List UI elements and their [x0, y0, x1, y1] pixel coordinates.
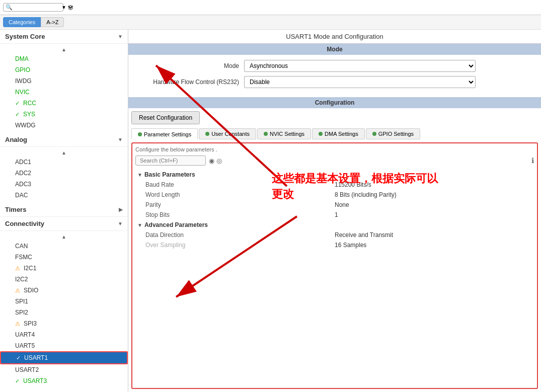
mode-section: Mode Mode Asynchronous Synchronous Disab…	[128, 44, 541, 97]
param-row-baud-rate: Baud Rate 115200 Bits/s	[135, 180, 534, 190]
sidebar-item-adc1[interactable]: ADC1	[0, 156, 128, 168]
param-row-parity: Parity None	[135, 200, 534, 210]
sidebar-item-adc2[interactable]: ADC2	[0, 168, 128, 179]
tab-label-parameter-settings: Parameter Settings	[144, 131, 191, 137]
sidebar-item-dma[interactable]: DMA	[0, 53, 128, 64]
mode-select[interactable]: Asynchronous Synchronous Disable	[244, 60, 476, 72]
param-search-input[interactable]	[135, 155, 206, 166]
search-prev-icon[interactable]: ◉	[209, 157, 214, 165]
search-next-icon[interactable]: ◎	[216, 157, 222, 165]
section-items-system-core: ▲ DMA GPIO IWDG NVIC RCC SYS WWDG	[0, 44, 128, 133]
tab-nvic-settings[interactable]: NVIC Settings	[257, 128, 311, 139]
reset-config-button[interactable]: Reset Configuration	[131, 111, 200, 124]
sidebar-item-i2c1[interactable]: I2C1	[0, 263, 128, 274]
sidebar-item-uart5[interactable]: UART5	[0, 340, 128, 351]
param-search-icons: ◉ ◎	[209, 157, 222, 165]
sidebar-item-spi1[interactable]: SPI1	[0, 296, 128, 307]
sidebar-item-usart1[interactable]: USART1	[0, 351, 128, 364]
param-name-parity: Parity	[145, 201, 335, 208]
param-row-stop-bits: Stop Bits 1	[135, 210, 534, 220]
config-header: Configuration	[128, 97, 541, 108]
section-analog: Analog ▼ ▲ ADC1 ADC2 ADC3 DAC	[0, 133, 128, 203]
sidebar-item-spi3[interactable]: SPI3	[0, 318, 128, 329]
sidebar-item-usart2[interactable]: USART2	[0, 364, 128, 375]
param-hint: Configure the below parameters .	[135, 146, 534, 152]
chevron-system-core: ▼	[118, 34, 123, 39]
section-items-analog: ▲ ADC1 ADC2 ADC3 DAC	[0, 147, 128, 203]
info-icon[interactable]: ℹ	[531, 156, 534, 165]
search-input[interactable]	[14, 5, 59, 11]
search-area[interactable]: 🔍 ▼	[3, 3, 63, 12]
param-value-baud-rate: 115200 Bits/s	[335, 181, 524, 188]
basic-params-header[interactable]: ▼ Basic Parameters	[135, 170, 534, 180]
section-label-system-core: System Core	[5, 33, 45, 40]
section-header-system-core[interactable]: System Core ▼	[0, 30, 128, 44]
section-header-connectivity[interactable]: Connectivity ▼	[0, 217, 128, 231]
param-name-over-sampling: Over Sampling	[145, 242, 335, 249]
dot-nvic-settings	[264, 132, 268, 136]
config-body: Reset Configuration Parameter Settings U…	[128, 108, 541, 392]
sidebar-item-nvic[interactable]: NVIC	[0, 87, 128, 98]
hw-flow-label: Hardware Flow Control (RS232)	[138, 79, 239, 86]
dot-parameter-settings	[138, 132, 142, 136]
tab-label-user-constants: User Constants	[211, 131, 250, 137]
section-label-timers: Timers	[5, 206, 26, 213]
tab-label-nvic-settings: NVIC Settings	[270, 131, 304, 137]
basic-params-label: Basic Parameters	[144, 171, 195, 178]
dot-gpio-settings	[372, 132, 376, 136]
section-label-connectivity: Connectivity	[5, 220, 44, 227]
scroll-up-analog[interactable]: ▲	[0, 149, 128, 156]
dot-user-constants	[205, 132, 209, 136]
content-title: USART1 Mode and Configuration	[128, 30, 541, 44]
config-tabs: Parameter Settings User Constants NVIC S…	[131, 128, 538, 139]
collapse-advanced-icon: ▼	[137, 222, 142, 228]
sidebar-item-sys[interactable]: SYS	[0, 109, 128, 120]
sidebar-item-iwdg[interactable]: IWDG	[0, 75, 128, 87]
tab-dma-settings[interactable]: DMA Settings	[312, 128, 365, 139]
param-search-bar: ◉ ◎ ℹ	[135, 155, 534, 166]
scroll-up-system-core[interactable]: ▲	[0, 46, 128, 53]
tab-az[interactable]: A->Z	[41, 17, 64, 27]
param-row-word-length: Word Length 8 Bits (including Parity)	[135, 190, 534, 200]
scroll-up-connectivity[interactable]: ▲	[0, 233, 128, 241]
dot-dma-settings	[319, 132, 323, 136]
param-value-word-length: 8 Bits (including Parity)	[335, 191, 524, 198]
sidebar-item-fsmc[interactable]: FSMC	[0, 252, 128, 263]
param-name-baud-rate: Baud Rate	[145, 181, 335, 188]
section-timers: Timers ▶	[0, 203, 128, 217]
tab-gpio-settings[interactable]: GPIO Settings	[366, 128, 420, 139]
hw-flow-row: Hardware Flow Control (RS232) Disable CT…	[138, 76, 531, 88]
category-tabs-bar: Categories A->Z	[0, 15, 541, 30]
tab-categories[interactable]: Categories	[3, 17, 41, 27]
mode-label: Mode	[138, 62, 239, 69]
sidebar-item-sdio[interactable]: SDIO	[0, 285, 128, 296]
section-header-timers[interactable]: Timers ▶	[0, 203, 128, 217]
param-row-data-direction: Data Direction Receive and Transmit	[135, 230, 534, 240]
tab-label-dma-settings: DMA Settings	[325, 131, 358, 137]
section-system-core: System Core ▼ ▲ DMA GPIO IWDG NVIC RCC S…	[0, 30, 128, 133]
hw-flow-select[interactable]: Disable CTS Only RTS Only CTS/RTS	[244, 76, 476, 88]
chevron-timers: ▶	[119, 207, 123, 212]
tab-label-gpio-settings: GPIO Settings	[378, 131, 414, 137]
sidebar-item-wwdg[interactable]: WWDG	[0, 120, 128, 131]
sidebar-item-can[interactable]: CAN	[0, 241, 128, 252]
tab-parameter-settings[interactable]: Parameter Settings	[131, 128, 198, 139]
param-table: ▼ Basic Parameters Baud Rate 115200 Bits…	[135, 170, 534, 385]
sidebar-item-gpio[interactable]: GPIO	[0, 64, 128, 75]
search-icon: 🔍	[6, 4, 13, 11]
sidebar-item-spi2[interactable]: SPI2	[0, 307, 128, 318]
sidebar-item-rcc[interactable]: RCC	[0, 98, 128, 109]
sidebar-item-usart3[interactable]: USART3	[0, 375, 128, 386]
param-value-stop-bits: 1	[335, 211, 524, 218]
sidebar-item-i2c2[interactable]: I2C2	[0, 274, 128, 285]
sidebar-item-adc3[interactable]: ADC3	[0, 179, 128, 190]
section-header-analog[interactable]: Analog ▼	[0, 133, 128, 147]
param-value-over-sampling: 16 Samples	[335, 242, 524, 249]
advanced-params-header[interactable]: ▼ Advanced Parameters	[135, 220, 534, 230]
sidebar-item-dac[interactable]: DAC	[0, 190, 128, 201]
param-value-data-direction: Receive and Transmit	[335, 231, 524, 239]
param-row-over-sampling: Over Sampling 16 Samples	[135, 240, 534, 250]
sidebar-item-uart4[interactable]: UART4	[0, 329, 128, 340]
tab-user-constants[interactable]: User Constants	[199, 128, 256, 139]
gear-button[interactable]: ⚙	[67, 4, 74, 12]
